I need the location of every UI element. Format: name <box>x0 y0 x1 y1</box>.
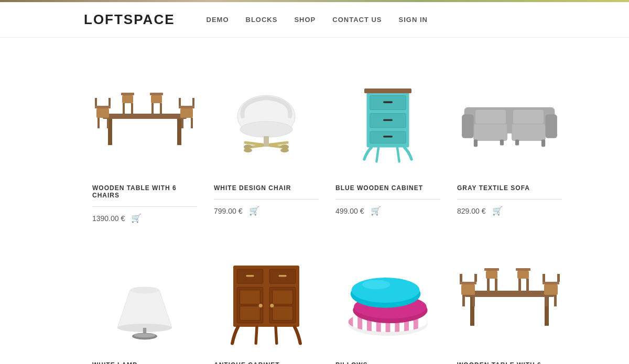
svg-rect-65 <box>240 306 261 320</box>
svg-rect-42 <box>545 114 557 138</box>
svg-rect-50 <box>515 140 519 146</box>
main-nav: DEMO BLOCKS SHOP CONTACT US SIGN IN <box>207 16 428 24</box>
svg-rect-94 <box>543 282 559 284</box>
svg-rect-85 <box>465 291 554 297</box>
svg-rect-5 <box>97 118 100 128</box>
site-header: LOFTSPACE DEMO BLOCKS SHOP CONTACT US SI… <box>0 2 629 38</box>
product-grid: WOODEN TABLE WITH 6 CHAIRS 1390.00 € 🛒 <box>0 38 629 364</box>
svg-rect-66 <box>273 306 293 320</box>
product-title: WOODEN TABLE WITH 6 CHAIRS <box>457 361 562 364</box>
product-title: WOODEN TABLE WITH 6 CHAIRS <box>92 184 197 199</box>
product-card: WOODEN TABLE WITH 6 CHAIRS 1390.00 € 🛒 <box>449 236 570 364</box>
svg-rect-93 <box>474 274 477 282</box>
svg-rect-17 <box>123 103 125 114</box>
nav-blocks[interactable]: BLOCKS <box>246 16 278 24</box>
svg-rect-104 <box>516 268 530 271</box>
product-card: ANTIQUE CABINET 959.00 € 🛒 <box>205 236 327 364</box>
add-to-cart-button[interactable]: 🛒 <box>249 206 259 216</box>
svg-rect-37 <box>383 101 393 103</box>
product-card: WHITE DESIGN CHAIR 799.00 € 🛒 <box>205 59 327 236</box>
product-price-row: 829.00 € 🛒 <box>457 206 562 216</box>
product-title: WHITE LAMP <box>92 361 197 364</box>
product-price: 1390.00 € <box>92 214 125 223</box>
svg-rect-48 <box>541 140 545 147</box>
svg-point-24 <box>240 122 292 137</box>
svg-rect-0 <box>103 114 187 119</box>
svg-rect-19 <box>150 93 163 95</box>
svg-rect-9 <box>179 106 194 108</box>
product-card: WOODEN TABLE WITH 6 CHAIRS 1390.00 € 🛒 <box>84 59 205 236</box>
svg-rect-103 <box>495 279 497 291</box>
product-divider <box>335 199 440 200</box>
nav-contact[interactable]: CONTACT US <box>332 16 382 24</box>
svg-rect-47 <box>474 140 478 147</box>
svg-rect-14 <box>192 98 194 106</box>
product-image-gray-sofa <box>457 69 562 174</box>
svg-rect-21 <box>151 103 154 114</box>
svg-rect-90 <box>462 295 465 306</box>
product-card: PILLOWS 49.00 € 🛒 <box>327 236 449 364</box>
add-to-cart-button[interactable]: 🛒 <box>492 206 503 216</box>
svg-rect-88 <box>460 282 476 284</box>
svg-rect-38 <box>383 119 393 122</box>
svg-rect-107 <box>526 279 529 291</box>
svg-rect-96 <box>545 295 548 306</box>
svg-point-55 <box>134 333 155 337</box>
nav-signin[interactable]: SIGN IN <box>399 16 428 24</box>
svg-point-28 <box>244 145 252 149</box>
product-divider <box>92 206 197 207</box>
product-title: ANTIQUE CABINET <box>214 361 319 364</box>
svg-rect-60 <box>278 275 286 277</box>
svg-point-68 <box>270 304 274 307</box>
product-title: PILLOWS <box>335 361 440 364</box>
svg-rect-44 <box>512 124 546 141</box>
svg-rect-18 <box>131 103 133 114</box>
svg-rect-43 <box>474 124 507 141</box>
svg-point-31 <box>280 148 289 152</box>
nav-shop[interactable]: SHOP <box>294 16 316 24</box>
site-logo[interactable]: LOFTSPACE <box>84 12 175 28</box>
product-image-wooden-table <box>92 69 197 174</box>
svg-rect-20 <box>151 95 162 103</box>
svg-rect-95 <box>544 284 558 295</box>
product-image-blue-cabinet <box>335 69 440 174</box>
add-to-cart-button[interactable]: 🛒 <box>131 213 142 223</box>
svg-rect-63 <box>240 290 261 304</box>
product-card: WHITE LAMP 69.00 € 🛒 <box>84 236 205 364</box>
svg-rect-91 <box>472 295 475 306</box>
svg-rect-105 <box>517 271 529 279</box>
product-price-row: 1390.00 € 🛒 <box>92 213 197 223</box>
svg-rect-3 <box>95 106 111 108</box>
svg-rect-4 <box>96 108 109 118</box>
svg-rect-92 <box>460 274 462 282</box>
svg-rect-33 <box>364 89 411 93</box>
product-image-white-chair <box>214 69 319 174</box>
nav-demo[interactable]: DEMO <box>207 16 229 24</box>
svg-rect-2 <box>177 119 181 145</box>
svg-rect-10 <box>180 108 193 118</box>
svg-rect-46 <box>513 109 544 124</box>
svg-rect-8 <box>109 98 111 106</box>
product-image-white-lamp <box>92 246 197 351</box>
svg-rect-64 <box>273 290 293 304</box>
svg-point-67 <box>259 304 263 307</box>
product-price: 499.00 € <box>335 207 364 215</box>
product-price: 799.00 € <box>214 207 243 215</box>
svg-rect-45 <box>475 109 506 124</box>
svg-point-29 <box>280 145 289 149</box>
svg-point-84 <box>362 280 390 289</box>
svg-rect-106 <box>518 279 521 291</box>
product-title: BLUE WOODEN CABINET <box>335 184 440 192</box>
product-price-row: 799.00 € 🛒 <box>214 206 319 216</box>
svg-rect-89 <box>461 284 475 295</box>
product-image-antique-cabinet <box>214 246 319 351</box>
product-price: 829.00 € <box>457 207 486 215</box>
svg-rect-16 <box>122 95 133 103</box>
product-card: BLUE WOODEN CABINET 499.00 € 🛒 <box>327 59 449 236</box>
svg-point-51 <box>130 287 159 294</box>
svg-rect-101 <box>486 271 497 279</box>
svg-rect-13 <box>179 98 181 106</box>
product-card: GRAY TEXTILE SOFA 829.00 € 🛒 <box>449 59 570 236</box>
svg-rect-100 <box>484 268 499 271</box>
add-to-cart-button[interactable]: 🛒 <box>371 206 381 216</box>
